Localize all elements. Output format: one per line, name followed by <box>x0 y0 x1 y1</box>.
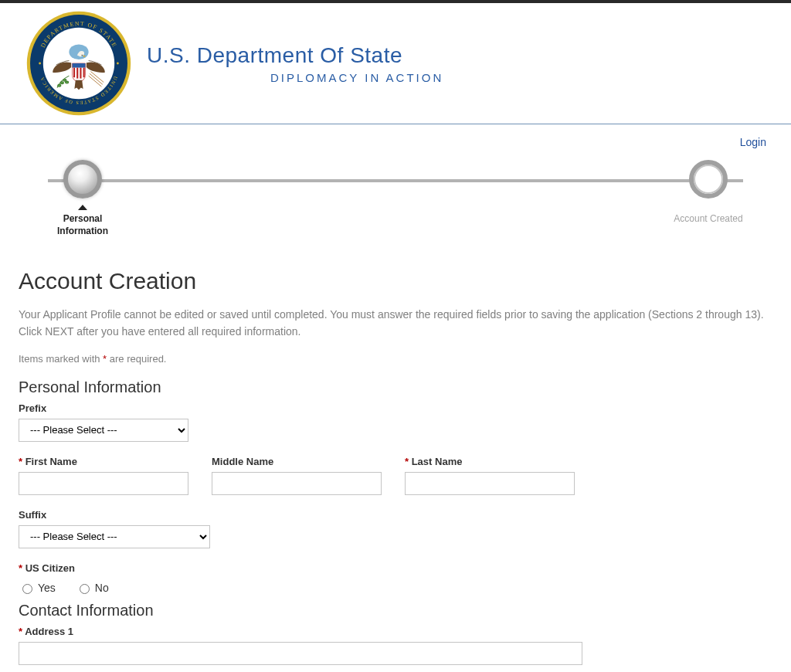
required-asterisk: * <box>19 626 25 637</box>
label-last-name-text: Last Name <box>412 456 463 467</box>
radio-yes-label: Yes <box>38 582 56 594</box>
header-divider <box>0 124 791 124</box>
radio-no[interactable] <box>80 584 90 594</box>
input-first-name[interactable] <box>19 472 188 495</box>
svg-rect-12 <box>83 68 85 78</box>
caret-up-icon <box>78 205 87 210</box>
label-last-name: * Last Name <box>405 456 575 467</box>
field-last-name: * Last Name <box>405 456 575 495</box>
page-title: Account Creation <box>19 268 772 294</box>
progress-step-circle-active <box>63 160 102 199</box>
radio-option-no[interactable]: No <box>76 582 109 594</box>
radio-yes[interactable] <box>22 584 32 594</box>
svg-point-13 <box>82 55 83 56</box>
intro-text: Your Applicant Profile cannot be edited … <box>19 307 772 340</box>
label-us-citizen-text: US Citizen <box>25 562 75 574</box>
label-us-citizen: * US Citizen <box>19 562 772 574</box>
field-middle-name: Middle Name <box>212 456 382 495</box>
svg-point-15 <box>60 82 63 84</box>
svg-point-6 <box>117 63 119 65</box>
dept-of-state-seal: DEPARTMENT OF STATE UNITED STATES OF AME… <box>25 9 133 117</box>
svg-rect-10 <box>76 68 78 79</box>
content: Login Personal Information Account Creat… <box>0 135 791 672</box>
label-middle-name: Middle Name <box>212 456 382 467</box>
label-address1-text: Address 1 <box>25 626 73 637</box>
label-suffix: Suffix <box>19 509 772 521</box>
svg-point-14 <box>63 79 66 81</box>
required-asterisk: * <box>19 456 25 467</box>
svg-rect-9 <box>73 68 75 78</box>
progress-step-label: Account Created <box>674 213 742 226</box>
select-suffix[interactable]: --- Please Select --- <box>19 525 210 548</box>
svg-point-7 <box>69 45 88 60</box>
radio-row-us-citizen: Yes No <box>19 582 772 594</box>
label-prefix: Prefix <box>19 402 772 414</box>
label-first-name-text: First Name <box>25 456 77 467</box>
input-middle-name[interactable] <box>212 472 382 495</box>
radio-no-label: No <box>95 582 109 594</box>
field-first-name: * First Name <box>19 456 188 495</box>
svg-point-17 <box>66 81 69 83</box>
required-note-suffix: are required. <box>107 353 166 365</box>
progress-tracker: Personal Information Account Created <box>40 160 751 237</box>
label-first-name: * First Name <box>19 456 188 467</box>
required-note-prefix: Items marked with <box>19 353 103 365</box>
tagline: DIPLOMACY IN ACTION <box>270 71 443 84</box>
field-prefix: Prefix --- Please Select --- <box>19 402 772 442</box>
progress-step-label: Personal Information <box>40 213 125 237</box>
input-address1[interactable] <box>19 642 582 665</box>
svg-point-16 <box>58 84 61 87</box>
progress-step-circle <box>689 160 728 199</box>
radio-option-yes[interactable]: Yes <box>19 582 56 594</box>
progress-steps: Personal Information Account Created <box>40 160 751 237</box>
svg-rect-8 <box>73 63 86 68</box>
login-link[interactable]: Login <box>740 136 766 148</box>
progress-step-personal-information: Personal Information <box>40 160 125 237</box>
field-us-citizen: * US Citizen Yes No <box>19 562 772 597</box>
field-suffix: Suffix --- Please Select --- <box>19 509 772 548</box>
header-titles: U.S. Department Of State DIPLOMACY IN AC… <box>147 43 443 84</box>
svg-rect-11 <box>80 68 81 79</box>
dept-title: U.S. Department Of State <box>147 43 443 68</box>
header: DEPARTMENT OF STATE UNITED STATES OF AME… <box>0 3 791 124</box>
select-prefix[interactable]: --- Please Select --- <box>19 419 188 442</box>
required-asterisk: * <box>405 456 412 467</box>
input-last-name[interactable] <box>405 472 575 495</box>
section-contact-information: Contact Information <box>19 602 772 619</box>
login-row: Login <box>19 135 766 149</box>
label-address1: * Address 1 <box>19 626 772 637</box>
required-note: Items marked with * are required. <box>19 353 772 365</box>
section-personal-information: Personal Information <box>19 378 772 396</box>
field-address1: * Address 1 <box>19 626 772 665</box>
svg-point-5 <box>39 63 41 65</box>
progress-step-account-created: Account Created <box>666 160 751 237</box>
row-name-fields: * First Name Middle Name * Last Name <box>19 456 772 495</box>
required-asterisk: * <box>19 562 25 574</box>
